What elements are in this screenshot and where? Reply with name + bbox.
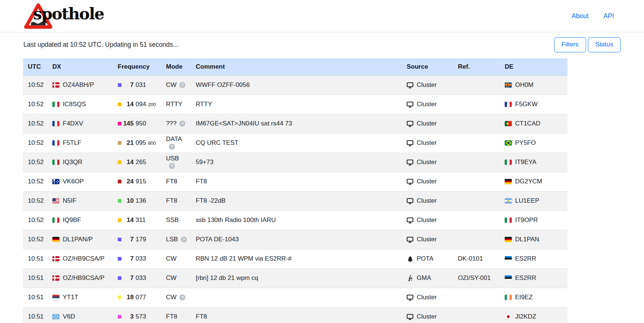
spot-utc: 10:52: [23, 172, 48, 191]
frequency-mhz: 7: [122, 255, 134, 262]
mode-label: FT8: [166, 197, 177, 204]
spot-comment: [191, 288, 402, 307]
dx-callsign: IQ3QR: [63, 159, 82, 166]
spot-mode-cell: CW: [161, 249, 191, 268]
spot-mode-cell: LSB?: [161, 230, 191, 249]
spot-comment: FT8: [191, 172, 402, 191]
spot-row: 10:52 IQ3QR 14 265 USB? 59+73: [23, 153, 567, 172]
spot-source-cell: Cluster: [402, 288, 453, 307]
tree-icon: [407, 255, 413, 262]
dx-callsign: F4DXV: [63, 120, 83, 127]
spot-mode-cell: CW?: [161, 75, 191, 95]
brand-name: spothole: [33, 4, 104, 23]
mode-help-badge[interactable]: ?: [179, 82, 185, 88]
frequency-mhz: 21: [122, 139, 134, 147]
spot-row: 10:51 OZ/HB9CSA/P 7 033 CW [rbn] 12 db 2…: [23, 268, 567, 288]
spot-de-cell: JI2KDZ: [500, 307, 567, 323]
mode-label: CW: [166, 294, 176, 301]
filters-button[interactable]: Filters: [554, 37, 586, 52]
spot-frequency-cell: 7 033: [113, 249, 161, 268]
de-callsign: LU1EEP: [515, 197, 539, 204]
spot-mode-cell: USB?: [161, 153, 191, 172]
spot-row: 10:51 V6D 3 573 FT8 FT8: [23, 307, 567, 323]
de-flag: [505, 218, 512, 223]
spot-comment: 59+73: [191, 153, 402, 172]
spot-frequency-cell: 18 077: [113, 288, 161, 307]
de-flag: [505, 160, 512, 165]
spot-frequency-cell: 10 136: [113, 191, 161, 211]
dx-callsign: OZ/HB9CSA/P: [63, 274, 104, 281]
nav-api-link[interactable]: API: [604, 12, 614, 20]
spot-utc: 10:52: [23, 75, 48, 95]
spot-source-cell: Cluster: [402, 172, 453, 191]
de-flag: [505, 275, 512, 281]
spot-comment: CQ URC TEST: [191, 133, 402, 153]
spot-utc: 10:51: [23, 307, 48, 323]
spot-row: 10:52 IC8SQS 14 094 200 RTTY RTTY: [23, 95, 567, 114]
mode-label: ???: [166, 120, 176, 127]
spot-utc: 10:51: [23, 268, 48, 288]
monitor-icon: [407, 294, 413, 301]
dx-flag: [52, 102, 59, 107]
monitor-icon: [407, 101, 413, 108]
band-swatch: [118, 315, 121, 319]
mode-help-badge[interactable]: ?: [179, 294, 185, 300]
source-label: Cluster: [417, 81, 437, 89]
col-header-comment: Comment: [191, 58, 402, 75]
spot-frequency-cell: 21 095 800: [113, 133, 161, 153]
source-label: Cluster: [417, 216, 437, 224]
mode-help-badge[interactable]: ?: [169, 144, 175, 150]
spot-comment: POTA DE-1043: [191, 230, 402, 249]
spot-de-cell: ES2RR: [500, 249, 567, 268]
spot-ref: [453, 211, 500, 230]
frequency-khz: 094: [136, 101, 146, 108]
spot-ref: [453, 288, 500, 307]
de-callsign: ES2RR: [515, 274, 536, 281]
spot-de-cell: ES2RR: [500, 268, 567, 288]
monitor-icon: [407, 236, 413, 243]
spot-row: 10:51 OZ/HB9CSA/P 7 033 CW RBN 12 dB 21 …: [23, 249, 567, 268]
frequency-mhz: 3: [122, 313, 134, 320]
spots-tbody: 10:52 OZ4ABH/P 7 031 CW? WWFF OZFF-0056: [23, 75, 567, 323]
mode-help-badge[interactable]: ?: [179, 121, 185, 127]
spot-source-cell: Cluster: [402, 133, 453, 153]
col-header-frequency: Frequency: [113, 58, 161, 75]
mode-help-badge[interactable]: ?: [181, 236, 187, 242]
spot-row: 10:52 VK6OP 24 915 FT8 FT8: [23, 172, 567, 191]
de-flag: [505, 295, 512, 300]
spot-mode-cell: FT8: [161, 191, 191, 211]
spot-row: 10:52 OZ4ABH/P 7 031 CW? WWFF OZFF-0056: [23, 75, 567, 95]
monitor-icon: [407, 313, 413, 320]
dx-flag: [52, 218, 59, 223]
col-header-ref: Ref.: [453, 58, 500, 75]
dx-callsign: V6D: [63, 313, 75, 320]
frequency-khz: 950: [136, 120, 146, 127]
frequency-mhz: 14: [122, 101, 134, 108]
spot-utc: 10:51: [23, 249, 48, 268]
spot-mode-cell: FT8: [161, 307, 191, 323]
spot-source-cell: Cluster: [402, 230, 453, 249]
spot-frequency-cell: 14 311: [113, 211, 161, 230]
spot-row: 10:52 DL1PAN/P 7 179 LSB? POTA DE-1043: [23, 230, 567, 249]
monitor-icon: [407, 82, 413, 88]
spot-dx-cell: OZ/HB9CSA/P: [48, 268, 113, 288]
source-label: Cluster: [417, 120, 437, 127]
dx-flag: [52, 237, 59, 242]
mode-help-badge[interactable]: ?: [169, 163, 175, 169]
monitor-icon: [407, 120, 413, 127]
status-button[interactable]: Status: [588, 37, 621, 52]
dx-callsign: YT1T: [63, 294, 78, 301]
source-label: Cluster: [417, 313, 437, 320]
spot-ref: [453, 95, 500, 114]
spot-comment: FT8 -22dB: [191, 191, 402, 211]
spot-source-cell: Cluster: [402, 153, 453, 172]
spothole-page: { "theme":{ "accent":"#0d6efd", "table_h…: [0, 0, 644, 323]
spot-de-cell: IT9OPR: [500, 211, 567, 230]
spot-dx-cell: F4DXV: [48, 114, 113, 133]
spot-de-cell: OH0M: [500, 75, 567, 95]
spot-dx-cell: DL1PAN/P: [48, 230, 113, 249]
spot-dx-cell: VK6OP: [48, 172, 113, 191]
nav-about-link[interactable]: About: [572, 12, 589, 20]
brand-logo[interactable]: spothole: [24, 1, 143, 30]
spot-dx-cell: YT1T: [48, 288, 113, 307]
